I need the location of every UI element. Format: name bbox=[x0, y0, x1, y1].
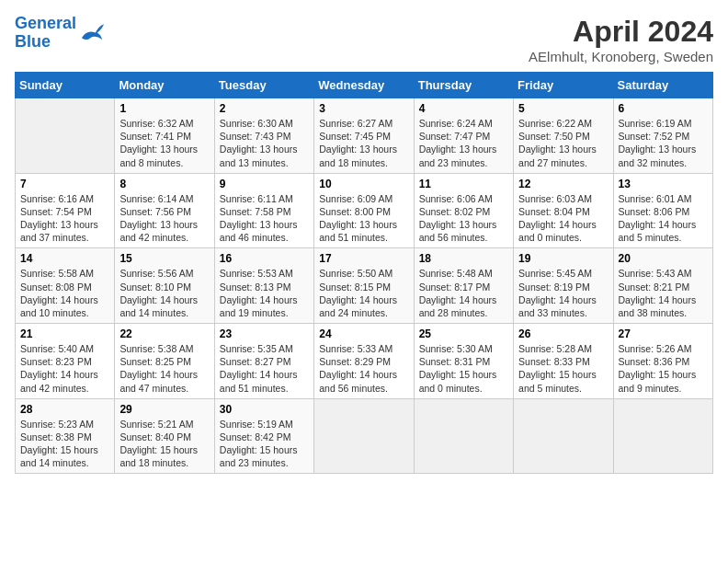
calendar-cell: 15Sunrise: 5:56 AMSunset: 8:10 PMDayligh… bbox=[115, 248, 214, 324]
calendar-title: April 2024 bbox=[529, 15, 713, 49]
calendar-cell bbox=[414, 398, 513, 474]
calendar-cell: 9Sunrise: 6:11 AMSunset: 7:58 PMDaylight… bbox=[214, 173, 313, 248]
day-info: Sunrise: 5:50 AMSunset: 8:15 PMDaylight:… bbox=[319, 267, 408, 319]
day-number: 14 bbox=[20, 252, 109, 265]
calendar-cell: 23Sunrise: 5:35 AMSunset: 8:27 PMDayligh… bbox=[214, 324, 313, 399]
day-info: Sunrise: 5:26 AMSunset: 8:36 PMDaylight:… bbox=[619, 342, 708, 395]
day-info: Sunrise: 5:21 AMSunset: 8:40 PMDaylight:… bbox=[119, 418, 209, 470]
calendar-cell: 4Sunrise: 6:24 AMSunset: 7:47 PMDaylight… bbox=[414, 98, 513, 174]
day-number: 11 bbox=[419, 178, 508, 190]
calendar-week-row: 7Sunrise: 6:16 AMSunset: 7:54 PMDaylight… bbox=[16, 173, 713, 248]
day-info: Sunrise: 6:32 AMSunset: 7:41 PMDaylight:… bbox=[119, 117, 209, 169]
calendar-cell: 29Sunrise: 5:21 AMSunset: 8:40 PMDayligh… bbox=[115, 398, 214, 474]
logo-line1: General bbox=[15, 14, 76, 32]
logo-line2: Blue bbox=[15, 32, 51, 51]
calendar-cell: 13Sunrise: 6:01 AMSunset: 8:06 PMDayligh… bbox=[613, 173, 712, 248]
logo-bird-icon bbox=[80, 22, 106, 44]
day-number: 3 bbox=[319, 102, 408, 115]
day-info: Sunrise: 6:27 AMSunset: 7:45 PMDaylight:… bbox=[319, 117, 408, 169]
day-info: Sunrise: 5:23 AMSunset: 8:38 PMDaylight:… bbox=[20, 418, 109, 470]
calendar-cell: 6Sunrise: 6:19 AMSunset: 7:52 PMDaylight… bbox=[613, 98, 712, 174]
day-number: 23 bbox=[220, 327, 309, 340]
calendar-cell bbox=[314, 398, 414, 474]
calendar-cell: 25Sunrise: 5:30 AMSunset: 8:31 PMDayligh… bbox=[414, 324, 513, 399]
day-number: 9 bbox=[220, 178, 309, 190]
calendar-cell: 1Sunrise: 6:32 AMSunset: 7:41 PMDaylight… bbox=[115, 98, 214, 174]
day-number: 17 bbox=[319, 252, 408, 265]
calendar-cell: 19Sunrise: 5:45 AMSunset: 8:19 PMDayligh… bbox=[514, 248, 613, 324]
logo: General Blue bbox=[15, 15, 106, 52]
day-info: Sunrise: 6:14 AMSunset: 7:56 PMDaylight:… bbox=[119, 192, 209, 245]
day-number: 6 bbox=[619, 102, 708, 115]
day-info: Sunrise: 5:48 AMSunset: 8:17 PMDaylight:… bbox=[419, 267, 508, 319]
calendar-cell: 10Sunrise: 6:09 AMSunset: 8:00 PMDayligh… bbox=[314, 173, 414, 248]
calendar-cell: 20Sunrise: 5:43 AMSunset: 8:21 PMDayligh… bbox=[613, 248, 712, 324]
day-info: Sunrise: 5:53 AMSunset: 8:13 PMDaylight:… bbox=[220, 267, 309, 319]
day-info: Sunrise: 6:19 AMSunset: 7:52 PMDaylight:… bbox=[619, 117, 708, 169]
day-number: 15 bbox=[119, 252, 209, 265]
calendar-cell: 16Sunrise: 5:53 AMSunset: 8:13 PMDayligh… bbox=[214, 248, 313, 324]
day-info: Sunrise: 5:19 AMSunset: 8:42 PMDaylight:… bbox=[220, 418, 309, 470]
logo-text: General Blue bbox=[15, 15, 76, 52]
day-number: 21 bbox=[20, 327, 109, 340]
title-block: April 2024 AElmhult, Kronoberg, Sweden bbox=[529, 15, 713, 64]
calendar-week-row: 28Sunrise: 5:23 AMSunset: 8:38 PMDayligh… bbox=[16, 398, 713, 474]
calendar-week-row: 1Sunrise: 6:32 AMSunset: 7:41 PMDaylight… bbox=[16, 98, 713, 174]
weekday-header-wednesday: Wednesday bbox=[314, 73, 414, 98]
day-info: Sunrise: 5:30 AMSunset: 8:31 PMDaylight:… bbox=[419, 342, 508, 395]
day-number: 30 bbox=[220, 403, 309, 416]
calendar-cell: 24Sunrise: 5:33 AMSunset: 8:29 PMDayligh… bbox=[314, 324, 414, 399]
calendar-cell: 21Sunrise: 5:40 AMSunset: 8:23 PMDayligh… bbox=[16, 324, 115, 399]
day-info: Sunrise: 5:45 AMSunset: 8:19 PMDaylight:… bbox=[518, 267, 608, 319]
weekday-header-sunday: Sunday bbox=[16, 73, 115, 98]
day-info: Sunrise: 5:35 AMSunset: 8:27 PMDaylight:… bbox=[220, 342, 309, 395]
calendar-cell: 5Sunrise: 6:22 AMSunset: 7:50 PMDaylight… bbox=[514, 98, 613, 174]
day-number: 16 bbox=[220, 252, 309, 265]
day-info: Sunrise: 5:56 AMSunset: 8:10 PMDaylight:… bbox=[119, 267, 209, 319]
calendar-cell: 3Sunrise: 6:27 AMSunset: 7:45 PMDaylight… bbox=[314, 98, 414, 174]
day-number: 24 bbox=[319, 327, 408, 340]
calendar-subtitle: AElmhult, Kronoberg, Sweden bbox=[529, 49, 713, 64]
weekday-header-saturday: Saturday bbox=[613, 73, 712, 98]
calendar-cell: 11Sunrise: 6:06 AMSunset: 8:02 PMDayligh… bbox=[414, 173, 513, 248]
calendar-cell bbox=[16, 98, 115, 174]
calendar-cell: 7Sunrise: 6:16 AMSunset: 7:54 PMDaylight… bbox=[16, 173, 115, 248]
calendar-cell: 17Sunrise: 5:50 AMSunset: 8:15 PMDayligh… bbox=[314, 248, 414, 324]
calendar-body: 1Sunrise: 6:32 AMSunset: 7:41 PMDaylight… bbox=[16, 98, 713, 474]
calendar-cell: 30Sunrise: 5:19 AMSunset: 8:42 PMDayligh… bbox=[214, 398, 313, 474]
day-number: 2 bbox=[220, 102, 309, 115]
day-info: Sunrise: 6:24 AMSunset: 7:47 PMDaylight:… bbox=[419, 117, 508, 169]
day-number: 4 bbox=[419, 102, 508, 115]
day-number: 5 bbox=[518, 102, 608, 115]
day-info: Sunrise: 6:06 AMSunset: 8:02 PMDaylight:… bbox=[419, 192, 508, 245]
day-info: Sunrise: 6:03 AMSunset: 8:04 PMDaylight:… bbox=[518, 192, 608, 245]
weekday-header-thursday: Thursday bbox=[414, 73, 513, 98]
day-number: 19 bbox=[518, 252, 608, 265]
day-info: Sunrise: 6:30 AMSunset: 7:43 PMDaylight:… bbox=[220, 117, 309, 169]
calendar-cell: 26Sunrise: 5:28 AMSunset: 8:33 PMDayligh… bbox=[514, 324, 613, 399]
calendar-table: SundayMondayTuesdayWednesdayThursdayFrid… bbox=[15, 72, 713, 474]
day-number: 26 bbox=[518, 327, 608, 340]
day-number: 12 bbox=[518, 178, 608, 190]
calendar-cell: 28Sunrise: 5:23 AMSunset: 8:38 PMDayligh… bbox=[16, 398, 115, 474]
day-number: 20 bbox=[619, 252, 708, 265]
day-number: 13 bbox=[619, 178, 708, 190]
day-info: Sunrise: 5:38 AMSunset: 8:25 PMDaylight:… bbox=[119, 342, 209, 395]
calendar-cell bbox=[514, 398, 613, 474]
day-info: Sunrise: 5:43 AMSunset: 8:21 PMDaylight:… bbox=[619, 267, 708, 319]
day-info: Sunrise: 6:01 AMSunset: 8:06 PMDaylight:… bbox=[619, 192, 708, 245]
calendar-cell: 27Sunrise: 5:26 AMSunset: 8:36 PMDayligh… bbox=[613, 324, 712, 399]
calendar-header: SundayMondayTuesdayWednesdayThursdayFrid… bbox=[16, 73, 713, 98]
calendar-cell: 2Sunrise: 6:30 AMSunset: 7:43 PMDaylight… bbox=[214, 98, 313, 174]
weekday-header-tuesday: Tuesday bbox=[214, 73, 313, 98]
calendar-cell: 14Sunrise: 5:58 AMSunset: 8:08 PMDayligh… bbox=[16, 248, 115, 324]
day-number: 10 bbox=[319, 178, 408, 190]
page-header: General Blue April 2024 AElmhult, Kronob… bbox=[15, 15, 713, 64]
calendar-cell bbox=[613, 398, 712, 474]
calendar-week-row: 14Sunrise: 5:58 AMSunset: 8:08 PMDayligh… bbox=[16, 248, 713, 324]
day-info: Sunrise: 6:09 AMSunset: 8:00 PMDaylight:… bbox=[319, 192, 408, 245]
calendar-cell: 22Sunrise: 5:38 AMSunset: 8:25 PMDayligh… bbox=[115, 324, 214, 399]
day-number: 29 bbox=[119, 403, 209, 416]
weekday-header-monday: Monday bbox=[115, 73, 214, 98]
day-number: 7 bbox=[20, 178, 109, 190]
